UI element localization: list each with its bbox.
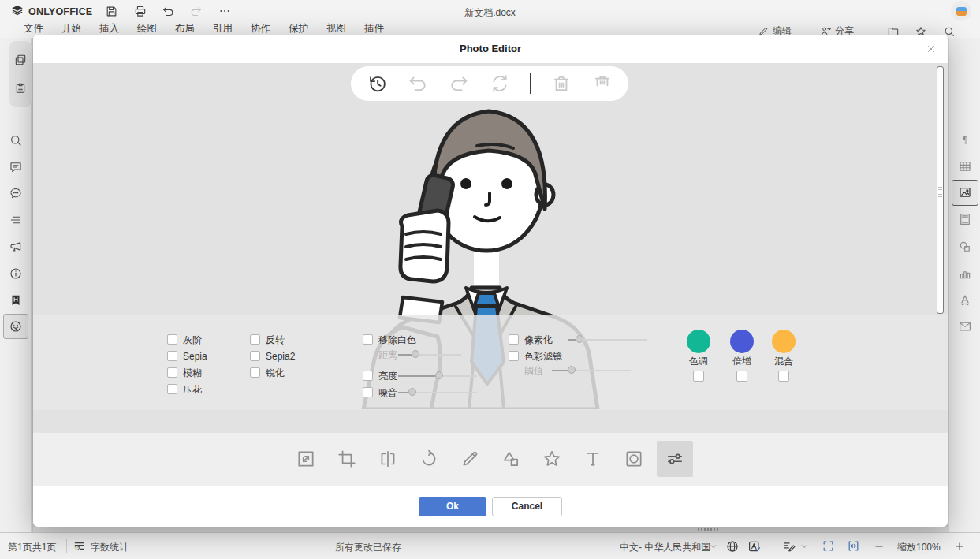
sidebar-search-icon[interactable] [9, 133, 23, 147]
print-icon[interactable] [133, 5, 147, 18]
comments-icon[interactable] [9, 160, 23, 174]
crop-tab-icon[interactable] [337, 449, 357, 469]
ok-button[interactable]: Ok [419, 497, 486, 516]
globe-icon[interactable] [725, 539, 740, 553]
reset-icon[interactable] [489, 73, 511, 95]
blend-checkbox[interactable] [778, 371, 789, 382]
paste-icon[interactable] [14, 82, 27, 95]
icon-tab-icon[interactable] [542, 449, 562, 469]
blur-label[interactable]: 模糊 [183, 367, 202, 378]
pixelate-label[interactable]: 像素化 [524, 334, 553, 345]
feedback-icon[interactable] [9, 240, 23, 254]
distance-slider[interactable] [398, 350, 461, 359]
grayscale-checkbox[interactable] [167, 334, 177, 345]
caret-down-icon[interactable] [799, 542, 809, 551]
zoom-out-icon[interactable] [874, 541, 885, 552]
rotate-tab-icon[interactable] [419, 449, 439, 469]
mailmerge-settings-icon[interactable] [958, 319, 972, 334]
horizontal-scrollbar[interactable] [33, 527, 948, 532]
pixelate-checkbox[interactable] [509, 334, 519, 345]
tab-view[interactable]: 视图 [326, 22, 346, 35]
tab-insert[interactable]: 插入 [99, 22, 119, 35]
chat-icon[interactable] [9, 186, 23, 200]
shape-settings-icon[interactable] [958, 240, 972, 254]
copy-icon[interactable] [14, 54, 27, 66]
multiply-checkbox[interactable] [736, 371, 747, 382]
sepia-checkbox[interactable] [167, 351, 177, 361]
about-icon[interactable] [9, 266, 23, 281]
resize-tab-icon[interactable] [296, 449, 316, 469]
blend-color-swatch[interactable] [772, 330, 796, 353]
paragraph-settings-icon[interactable]: ¶ [958, 132, 972, 147]
tab-protection[interactable]: 保护 [289, 22, 308, 35]
fit-width-icon[interactable] [847, 539, 860, 553]
tab-file[interactable]: 文件 [24, 22, 43, 35]
remove-white-label[interactable]: 移除白色 [378, 334, 416, 345]
color-filter-label[interactable]: 色彩滤镜 [524, 351, 562, 362]
tint-color-swatch[interactable] [687, 330, 710, 353]
sepia-label[interactable]: Sepia [183, 351, 207, 362]
photo-editor-plugin-button[interactable] [3, 314, 28, 339]
more-icon[interactable] [218, 5, 231, 17]
navigation-icon[interactable] [9, 213, 23, 227]
draw-tab-icon[interactable] [460, 449, 480, 469]
color-filter-checkbox[interactable] [509, 351, 519, 361]
caret-down-icon[interactable] [709, 542, 718, 551]
tab-home[interactable]: 开始 [61, 22, 81, 35]
emboss-checkbox[interactable] [167, 384, 177, 394]
text-tab-icon[interactable] [583, 449, 603, 469]
noise-checkbox[interactable] [363, 387, 373, 397]
track-changes-icon[interactable] [782, 539, 796, 553]
image-settings-button[interactable] [952, 180, 978, 206]
delete-all-icon[interactable] [591, 73, 613, 95]
remove-white-checkbox[interactable] [363, 334, 373, 345]
noise-label[interactable]: 噪音 [378, 387, 397, 398]
word-count-label[interactable]: 字数统计 [91, 541, 129, 554]
tab-draw[interactable]: 绘图 [137, 22, 157, 35]
textart-settings-icon[interactable] [958, 293, 972, 307]
redo-icon[interactable] [189, 5, 203, 18]
sharpen-label[interactable]: 锐化 [266, 367, 285, 378]
mask-tab-icon[interactable] [624, 449, 644, 469]
undo-icon[interactable] [162, 5, 175, 18]
chart-settings-icon[interactable] [958, 266, 972, 281]
plugin-h-icon[interactable] [9, 293, 23, 307]
save-icon[interactable] [105, 5, 118, 18]
shape-tab-icon[interactable] [501, 449, 521, 469]
flip-tab-icon[interactable] [378, 449, 398, 469]
fit-page-icon[interactable] [822, 539, 835, 553]
sepia2-checkbox[interactable] [250, 351, 260, 361]
cancel-button[interactable]: Cancel [492, 497, 562, 516]
dialog-undo-icon[interactable] [407, 73, 429, 95]
tab-references[interactable]: 引用 [213, 22, 233, 35]
emboss-label[interactable]: 压花 [183, 384, 202, 395]
sharpen-checkbox[interactable] [250, 367, 260, 378]
dialog-redo-icon[interactable] [448, 73, 470, 95]
spellcheck-icon[interactable] [747, 539, 762, 553]
avatar[interactable] [951, 1, 971, 21]
brightness-slider[interactable] [398, 371, 477, 380]
grayscale-label[interactable]: 灰阶 [183, 334, 202, 345]
threshold-slider[interactable] [552, 366, 631, 375]
delete-icon[interactable] [550, 73, 572, 95]
brightness-checkbox[interactable] [363, 371, 373, 381]
language-selector[interactable]: 中文- 中华人民共和国 [620, 541, 710, 554]
tab-plugins[interactable]: 插件 [364, 22, 384, 35]
multiply-color-swatch[interactable] [730, 330, 754, 353]
noise-slider[interactable] [398, 388, 477, 397]
brightness-label[interactable]: 亮度 [378, 371, 397, 382]
tab-layout[interactable]: 布局 [175, 22, 195, 35]
tint-checkbox[interactable] [693, 371, 704, 382]
zoom-in-icon[interactable] [954, 541, 965, 552]
table-settings-icon[interactable] [958, 159, 972, 173]
close-icon[interactable] [926, 43, 937, 54]
invert-checkbox[interactable] [250, 334, 260, 345]
pixelate-slider[interactable] [568, 335, 647, 344]
header-footer-settings-icon[interactable] [958, 212, 972, 226]
sepia2-label[interactable]: Sepia2 [266, 351, 295, 362]
tab-collaboration[interactable]: 协作 [251, 22, 270, 35]
blur-checkbox[interactable] [167, 367, 177, 378]
history-icon[interactable] [366, 73, 388, 95]
page-count[interactable]: 第1页共1页 [8, 541, 56, 554]
invert-label[interactable]: 反转 [266, 334, 285, 345]
